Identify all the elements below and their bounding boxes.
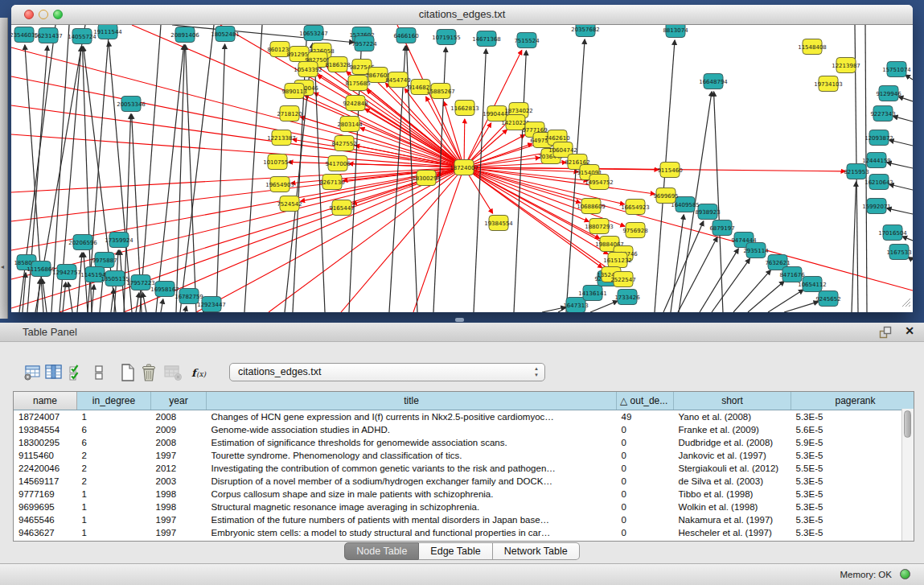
graph-node[interactable]: 9245652 [815, 291, 840, 307]
graph-nodes[interactable]: 2354603516231437140557241911154420891406… [11, 25, 912, 312]
unselect-all-button[interactable] [88, 362, 109, 383]
column-header-out_de[interactable]: △ out_de... [617, 392, 674, 410]
graph-node[interactable]: 10688609 [577, 199, 606, 214]
window-titlebar[interactable]: citations_edges.txt [11, 5, 913, 25]
graph-node[interactable]: 2522547 [610, 272, 635, 287]
network-view-window[interactable]: citations_edges.txt 23546035162314371405… [11, 5, 913, 312]
graph-node[interactable]: 7524542 [277, 196, 302, 212]
panel-divider-handle[interactable] [455, 318, 464, 322]
graph-node[interactable]: 6466160 [393, 28, 418, 43]
graph-node[interactable]: 19384554 [484, 216, 513, 231]
table-row[interactable]: 969969511998Structural magnetic resonanc… [14, 501, 914, 513]
graph-node[interactable]: 9417006 [325, 156, 351, 171]
graph-node[interactable]: 9242848 [343, 96, 368, 111]
graph-node[interactable]: 7957224 [351, 36, 377, 51]
graph-node[interactable]: 8813074 [663, 25, 688, 38]
create-column-button[interactable] [117, 362, 138, 383]
attribute-table[interactable]: namein_degreeyeartitle△ out_de...shortpa… [13, 391, 914, 542]
graph-node[interactable]: 12213387 [267, 130, 296, 146]
graph-node[interactable]: 19654903 [265, 177, 294, 192]
graph-node[interactable]: 1733426 [614, 290, 640, 305]
graph-node[interactable]: 11662813 [450, 101, 479, 116]
network-canvas-svg[interactable]: 2354603516231437140557241911154420891406… [11, 25, 913, 312]
table-row[interactable]: 911546021997Tourette syndrome. Phenomeno… [14, 449, 914, 462]
select-all-button[interactable] [66, 362, 87, 383]
graph-node[interactable]: 12093872 [864, 130, 893, 146]
graph-node[interactable]: 10107554 [263, 154, 292, 170]
column-header-name[interactable]: name [14, 392, 77, 410]
close-panel-icon[interactable]: ✕ [905, 324, 914, 337]
table-row[interactable]: 1938455462009Genome-wide association stu… [14, 423, 914, 436]
float-panel-icon[interactable] [879, 326, 892, 339]
panel-expand-arrow-icon[interactable]: ◂ [1, 264, 4, 270]
graph-node[interactable]: 12942757 [52, 265, 81, 280]
table-selector-dropdown[interactable]: citations_edges.txt ▲▼ [229, 363, 545, 381]
graph-node[interactable]: 20891406 [170, 27, 199, 43]
graph-node[interactable]: 15751074 [882, 62, 911, 77]
graph-node[interactable]: 8175685 [345, 76, 370, 91]
graph-node[interactable]: 9756928 [622, 223, 647, 238]
tab-edge-table[interactable]: Edge Table [419, 542, 492, 560]
tab-network-table[interactable]: Network Table [493, 542, 580, 560]
graph-node[interactable]: 8471676 [779, 267, 805, 282]
tab-node-table[interactable]: Node Table [344, 542, 419, 560]
graph-node[interactable]: 7515524 [514, 33, 540, 48]
graph-node[interactable]: 12213987 [832, 58, 860, 73]
graph-node[interactable]: 11548408 [798, 39, 827, 55]
graph-node[interactable]: 8427552 [331, 136, 356, 151]
graph-node[interactable]: 19734103 [814, 76, 843, 92]
show-columns-button[interactable] [43, 362, 64, 383]
graph-node[interactable]: 6879197 [709, 220, 734, 236]
network-canvas[interactable]: 2354603516231437140557241911154420891406… [11, 25, 913, 312]
collapsed-panel-strip[interactable]: ◂ [0, 18, 8, 319]
table-row[interactable]: 2242004622012Investigating the contribut… [14, 462, 914, 475]
column-header-in_degree[interactable]: in_degree [77, 392, 151, 410]
graph-node[interactable]: 8454749 [385, 72, 410, 88]
graph-node[interactable]: 1167533 [886, 245, 911, 260]
graph-node[interactable]: 9699695 [653, 188, 678, 204]
memory-ok-indicator[interactable] [900, 569, 910, 579]
graph-node[interactable]: 16210643 [864, 175, 893, 190]
graph-node[interactable]: 9115460 [657, 163, 682, 178]
graph-node[interactable]: 10653247 [299, 26, 328, 41]
table-row[interactable]: 1830029562008Estimation of significance … [14, 436, 914, 449]
graph-node[interactable]: 9227343 [870, 106, 895, 122]
graph-node[interactable]: 16648794 [699, 74, 728, 89]
table-vertical-scrollbar[interactable] [901, 409, 914, 541]
graph-node[interactable]: 16654923 [621, 200, 650, 215]
table-mode-button[interactable] [23, 362, 43, 383]
function-builder-button[interactable]: f (x) [190, 362, 211, 383]
graph-node[interactable]: 10654112 [798, 277, 827, 292]
scrollbar-thumb[interactable] [904, 410, 911, 438]
graph-node[interactable]: 17359924 [105, 233, 133, 248]
window-resize-grip[interactable] [900, 296, 911, 311]
graph-node[interactable]: 8215953 [844, 164, 869, 179]
graph-node[interactable]: 9165447 [329, 200, 354, 216]
graph-node[interactable]: 2935114 [743, 243, 769, 258]
graph-node[interactable]: 9129946 [876, 86, 901, 101]
graph-node[interactable]: 2718120 [277, 106, 302, 122]
delete-columns-button[interactable] [138, 362, 159, 383]
graph-node[interactable]: 19111544 [93, 25, 122, 39]
graph-node[interactable]: 18052481 [211, 27, 240, 42]
column-header-short[interactable]: short [674, 392, 791, 410]
graph-node[interactable]: 8186328 [325, 57, 350, 72]
graph-node[interactable]: 8267130 [319, 175, 344, 190]
graph-node[interactable]: 14671368 [472, 31, 501, 47]
column-header-pagerank[interactable]: pagerank [791, 392, 915, 410]
table-row[interactable]: 1456911722003Disruption of a novel membe… [14, 475, 914, 488]
graph-node[interactable]: 16231437 [34, 28, 63, 43]
graph-node[interactable]: 14055724 [68, 29, 97, 44]
graph-node[interactable]: 9975887 [92, 253, 117, 268]
table-row[interactable]: 946554611997Estimation of the future num… [14, 513, 914, 526]
column-header-title[interactable]: title [207, 392, 617, 410]
graph-node[interactable]: 10719155 [432, 30, 461, 45]
graph-node[interactable]: 20357682 [571, 25, 600, 37]
table-row[interactable]: 977716911998Corpus callosum shape and si… [14, 488, 914, 501]
table-row[interactable]: 1872400712008Changes of HCN gene express… [14, 410, 914, 424]
graph-node[interactable]: 2803144 [337, 117, 363, 132]
graph-node[interactable]: 9890113 [281, 84, 306, 99]
column-header-year[interactable]: year [151, 392, 207, 410]
graph-node[interactable]: 17016504 [878, 225, 907, 241]
table-row[interactable]: 946362711997Embryonic stem cells: a mode… [14, 526, 914, 539]
